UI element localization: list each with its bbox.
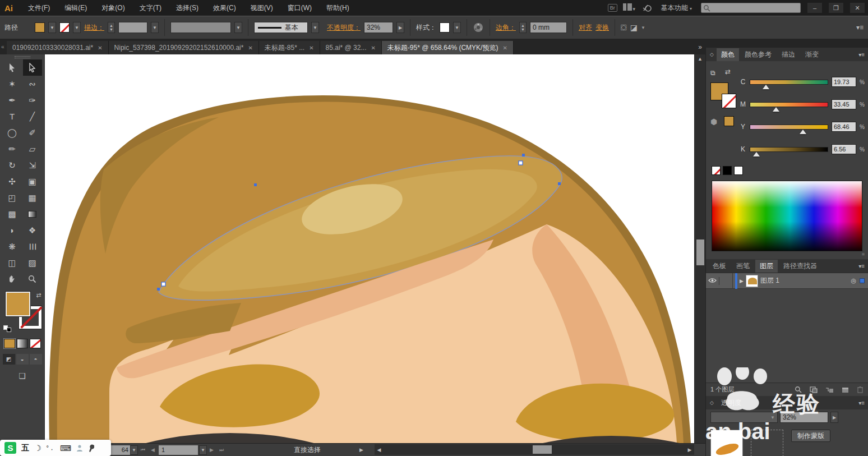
panel-tab-色板[interactable]: 色板 (708, 260, 731, 273)
bridge-icon[interactable]: Br (608, 4, 617, 12)
layers-panel-menu-icon[interactable]: ▾≡ (858, 263, 865, 269)
scroll-up-icon[interactable]: ▲ (695, 54, 705, 63)
curvature-tool-icon[interactable]: ✑ (23, 92, 42, 108)
opacity-field[interactable]: 32% (364, 22, 393, 33)
channel-value-field[interactable]: 68.46 (832, 122, 856, 132)
scale-tool-icon[interactable]: ⇲ (23, 157, 42, 173)
draw-normal-button[interactable]: ◩ (3, 354, 15, 365)
overlap-swatches-icon[interactable]: ⧉ (710, 69, 715, 77)
pen-tool-icon[interactable]: ✒ (3, 92, 22, 108)
draw-behind-button[interactable]: ◒ (16, 354, 29, 365)
transparency-opacity-field[interactable]: 32% (780, 412, 828, 423)
type-tool-icon[interactable]: T (3, 108, 22, 125)
swap-colors-icon[interactable]: ⇄ (725, 68, 731, 76)
pencil-tool-icon[interactable]: ✏ (3, 141, 22, 157)
menu-item-5[interactable]: 效果(C) (206, 4, 243, 12)
align-button[interactable]: 对齐 (579, 23, 592, 33)
out-of-gamut-cube-icon[interactable]: ⬢ (710, 117, 717, 126)
channel-value-field[interactable]: 6.56 (832, 144, 856, 154)
next-artboard-icon[interactable]: ▶ (207, 447, 216, 453)
stroke-color-swatch[interactable] (59, 22, 70, 33)
make-mask-button[interactable]: 制作蒙版 (791, 430, 830, 442)
symbol-sprayer-tool-icon[interactable]: ❋ (3, 238, 22, 255)
canvas[interactable] (45, 54, 694, 443)
lasso-tool-icon[interactable]: ∾ (23, 76, 42, 92)
status-expand-icon[interactable]: ▶ (357, 447, 366, 453)
ime-mode-toggle[interactable]: 五 (21, 443, 29, 453)
brush-definition[interactable]: 基本 (254, 22, 308, 33)
arrange-documents-icon[interactable]: ▼ (623, 3, 636, 12)
black-swatch[interactable] (723, 166, 732, 175)
collapse-panel-icon[interactable]: ◇ (708, 52, 715, 57)
more-options-icon[interactable]: ▼ (641, 25, 645, 30)
corner-label[interactable]: 边角： (496, 23, 516, 33)
panel-tab-图层[interactable]: 图层 (755, 260, 778, 273)
slider-thumb[interactable] (800, 130, 806, 134)
transparency-panel-menu-icon[interactable]: ▾≡ (858, 400, 865, 406)
scroll-left-icon[interactable]: ◀ (375, 447, 384, 453)
menu-item-1[interactable]: 编辑(E) (57, 4, 94, 12)
document-tab-1[interactable]: Nipic_537398_20190929202152610000.ai*✕ (109, 41, 259, 54)
tab-overflow-icon[interactable]: » (698, 43, 702, 51)
eraser-tool-icon[interactable]: ▱ (23, 141, 42, 157)
mesh-tool-icon[interactable]: ▩ (3, 206, 22, 222)
tab-close-icon[interactable]: ✕ (371, 45, 375, 51)
menu-item-2[interactable]: 对象(O) (94, 4, 132, 12)
selection-indicator-chip[interactable] (860, 278, 865, 283)
corner-field[interactable]: 0 mm (530, 22, 567, 33)
color-panel-menu-icon[interactable]: ▾≡ (858, 52, 865, 58)
fill-dropdown-icon[interactable]: ▼ (48, 22, 56, 33)
minimize-button[interactable]: – (807, 3, 822, 13)
slider-thumb[interactable] (753, 152, 760, 156)
menu-item-0[interactable]: 文件(F) (21, 4, 57, 12)
channel-slider[interactable] (750, 125, 828, 130)
corner-stepper[interactable]: ▲▼ (519, 22, 527, 33)
layer-row[interactable]: ▶ 图层 1 ◎ (706, 273, 868, 289)
delete-layer-icon[interactable] (857, 386, 864, 393)
variable-width-profile[interactable] (170, 22, 231, 33)
new-layer-icon[interactable] (842, 386, 849, 393)
panel-tab-画笔[interactable]: 画笔 (732, 260, 754, 273)
expand-layer-icon[interactable]: ▶ (740, 278, 744, 284)
isolate-selection-icon[interactable]: ◪ (630, 23, 638, 32)
ime-person-icon[interactable] (76, 444, 83, 452)
document-tab-3[interactable]: 85.ai* @ 32...✕ (320, 41, 382, 54)
layer-thumbnail[interactable] (746, 275, 758, 287)
new-sublayer-icon[interactable] (825, 386, 834, 393)
none-mode-button[interactable] (30, 339, 41, 348)
fill-proxy-swatch[interactable] (6, 292, 30, 316)
channel-slider[interactable] (750, 102, 828, 107)
close-button[interactable]: ✕ (850, 3, 865, 13)
make-clipping-mask-icon[interactable] (810, 386, 818, 393)
stroke-weight-dropdown-icon[interactable]: ▼ (151, 22, 159, 33)
blend-mode-dropdown[interactable]: ▼ (710, 412, 778, 423)
panel-tab-描边[interactable]: 描边 (777, 48, 800, 61)
scroll-right-icon[interactable]: ▶ (685, 447, 694, 453)
last-color-swatch[interactable] (724, 116, 734, 126)
artboard-tool-icon[interactable]: ◫ (3, 255, 22, 271)
fill-color-swatch[interactable] (35, 22, 45, 33)
transparency-opacity-arrow[interactable]: ▶ (830, 412, 838, 423)
color-spectrum[interactable] (712, 181, 862, 251)
ime-wrench-icon[interactable] (88, 444, 95, 452)
document-tab-4[interactable]: 未标题-95* @ 658.64% (CMYK/预览)✕ (382, 41, 514, 54)
ime-halfmoon-icon[interactable]: ☽ (34, 444, 41, 453)
mask-thumbnail[interactable] (751, 430, 783, 456)
rotate-tool-icon[interactable]: ↻ (3, 157, 22, 173)
collapse-tools-icon[interactable]: « (0, 44, 7, 50)
channel-slider[interactable] (750, 80, 828, 85)
magic-wand-tool-icon[interactable]: ✶ (3, 76, 22, 92)
tab-close-icon[interactable]: ✕ (248, 45, 252, 51)
bounding-box-icon[interactable]: ⛋ (621, 23, 627, 33)
draw-inside-button[interactable]: ◓ (30, 354, 42, 365)
style-dropdown-icon[interactable]: ▼ (453, 22, 461, 33)
menu-item-6[interactable]: 视图(V) (243, 4, 280, 12)
panel-tab-颜色[interactable]: 颜色 (717, 48, 739, 61)
direct-selection-tool-icon[interactable] (23, 59, 42, 76)
last-artboard-icon[interactable]: ⏭ (216, 447, 227, 453)
width-tool-icon[interactable]: ✣ (3, 173, 22, 190)
channel-value-field[interactable]: 19.73 (832, 77, 856, 87)
free-transform-tool-icon[interactable]: ▣ (23, 173, 42, 190)
search-input[interactable] (701, 3, 801, 13)
brush-dropdown-icon[interactable]: ▼ (311, 22, 319, 33)
